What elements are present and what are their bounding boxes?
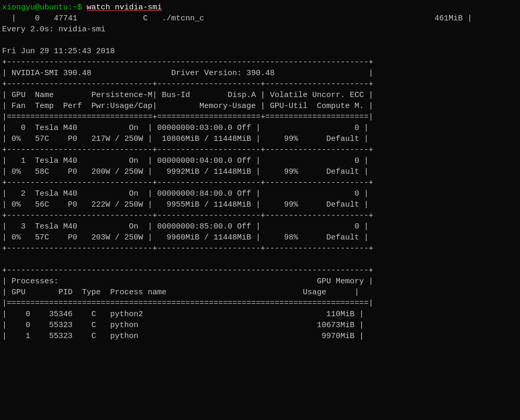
sep7: +-------------------------------+-------… (2, 243, 518, 254)
proc-col-header: | GPU PID Type Process name Usage | (2, 287, 518, 298)
sep6: +-------------------------------+-------… (2, 210, 518, 221)
col-header1: | GPU Name Persistence-M| Bus-Id Disp.A … (2, 90, 518, 101)
prompt-user: xiongyu@ubuntu:~$ (2, 3, 87, 12)
line-previous-output: | 0 47741 C ./mtcnn_c 461MiB | (2, 13, 518, 24)
sep8: +---------------------------------------… (2, 265, 518, 276)
sep4: +-------------------------------+-------… (2, 145, 518, 155)
line-every: Every 2.0s: nvidia-smi (2, 24, 518, 35)
proc-row1: | 0 55323 C python 10673MiB | (2, 320, 518, 331)
col-header2: | Fan Temp Perf Pwr:Usage/Cap| Memory-Us… (2, 101, 518, 112)
datetime-line: Fri Jun 29 11:25:43 2018 (2, 46, 518, 57)
gpu2-row1: | 2 Tesla M40 On | 00000000:84:00.0 Off … (2, 188, 518, 199)
nvidia-header: | NVIDIA-SMI 390.48 Driver Version: 390.… (2, 68, 518, 79)
command-watch: watch nvidia-smi (87, 3, 162, 12)
sep5: +-------------------------------+-------… (2, 177, 518, 188)
sep1: +---------------------------------------… (2, 57, 518, 68)
sep3: |===============================+=======… (2, 112, 518, 123)
proc-row2: | 1 55323 C python 9970MiB | (2, 331, 518, 342)
gpu0-row1: | 0 Tesla M40 On | 00000000:03:00.0 Off … (2, 123, 518, 134)
gpu1-row2: | 0% 58C P0 200W / 250W | 9992MiB / 1144… (2, 166, 518, 177)
gpu1-row1: | 1 Tesla M40 On | 00000000:04:00.0 Off … (2, 155, 518, 166)
proc-row0: | 0 35346 C python2 110MiB | (2, 309, 518, 320)
blank1 (2, 35, 518, 46)
blank2 (2, 254, 518, 265)
proc-sep: |=======================================… (2, 298, 518, 309)
gpu0-row2: | 0% 57C P0 217W / 250W | 10806MiB / 114… (2, 134, 518, 145)
gpu3-row1: | 3 Tesla M40 On | 00000000:85:00.0 Off … (2, 221, 518, 232)
sep2: +-------------------------------+-------… (2, 79, 518, 90)
terminal-window: xiongyu@ubuntu:~$ watch nvidia-smi | 0 4… (0, 2, 520, 342)
prompt-line: xiongyu@ubuntu:~$ watch nvidia-smi (2, 2, 518, 13)
gpu2-row2: | 0% 56C P0 222W / 250W | 9955MiB / 1144… (2, 199, 518, 210)
gpu3-row2: | 0% 57C P0 203W / 250W | 9960MiB / 1144… (2, 232, 518, 243)
proc-header: | Processes: GPU Memory | (2, 276, 518, 287)
